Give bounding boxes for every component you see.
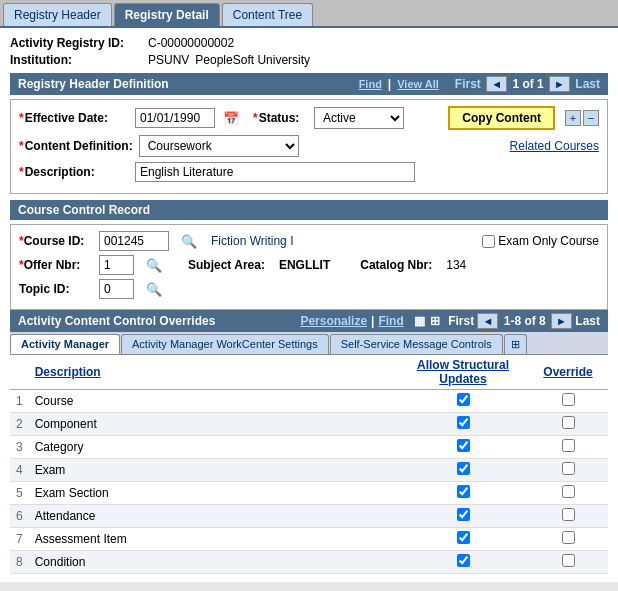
allow-structural-checkbox[interactable]	[457, 462, 470, 475]
row-allow-structural[interactable]	[398, 413, 528, 436]
allow-structural-checkbox[interactable]	[457, 508, 470, 521]
topic-id-label: Topic ID:	[19, 282, 89, 296]
description-input[interactable]	[135, 162, 415, 182]
row-description: Condition	[29, 551, 398, 574]
override-checkbox[interactable]	[562, 531, 575, 544]
course-id-search-icon[interactable]: 🔍	[181, 234, 197, 249]
row-allow-structural[interactable]	[398, 459, 528, 482]
sub-tab-icon[interactable]: ⊞	[504, 334, 527, 354]
row-description: Assessment Item	[29, 528, 398, 551]
table-row: 6 Attendance	[10, 505, 608, 528]
course-control-title: Course Control Record	[18, 203, 150, 217]
row-allow-structural[interactable]	[398, 505, 528, 528]
exam-only-checkbox[interactable]	[482, 235, 495, 248]
sub-tab-workcenter-settings[interactable]: Activity Manager WorkCenter Settings	[121, 334, 329, 354]
calendar-icon[interactable]: 📅	[223, 111, 239, 126]
description-label: Description:	[19, 165, 129, 179]
allow-structural-checkbox[interactable]	[457, 531, 470, 544]
row-override[interactable]	[528, 413, 608, 436]
offer-nbr-input[interactable]	[99, 255, 134, 275]
add-row-btn[interactable]: +	[565, 110, 581, 126]
exam-only-label: Exam Only Course	[482, 234, 599, 248]
overrides-find-link[interactable]: Find	[378, 314, 403, 328]
col-description[interactable]: Description	[29, 355, 398, 390]
row-override[interactable]	[528, 390, 608, 413]
tab-registry-header[interactable]: Registry Header	[3, 3, 112, 26]
row-num: 8	[10, 551, 29, 574]
row-override[interactable]	[528, 459, 608, 482]
related-courses-link[interactable]: Related Courses	[510, 139, 599, 153]
effective-date-input[interactable]	[135, 108, 215, 128]
course-id-input[interactable]	[99, 231, 169, 251]
allow-structural-checkbox[interactable]	[457, 485, 470, 498]
overrides-table: Description Allow Structural Updates Ove…	[10, 355, 608, 574]
content-definition-label: Content Definition:	[19, 139, 133, 153]
override-checkbox[interactable]	[562, 462, 575, 475]
content-definition-select[interactable]: Coursework Other	[139, 135, 299, 157]
last-label[interactable]: Last	[575, 77, 600, 91]
view-all-link[interactable]: View All	[397, 78, 439, 90]
personalize-link[interactable]: Personalize	[300, 314, 367, 328]
first-label[interactable]: First	[455, 77, 481, 91]
row-allow-structural[interactable]	[398, 390, 528, 413]
row-allow-structural[interactable]	[398, 436, 528, 459]
remove-row-btn[interactable]: −	[583, 110, 599, 126]
allow-structural-checkbox[interactable]	[457, 554, 470, 567]
topic-id-input[interactable]	[99, 279, 134, 299]
overrides-next-btn[interactable]: ►	[551, 313, 572, 329]
sub-tab-activity-manager[interactable]: Activity Manager	[10, 334, 120, 354]
view-icon[interactable]: ▦	[414, 314, 425, 328]
catalog-nbr-value: 134	[446, 258, 466, 272]
overrides-header: Activity Content Control Overrides Perso…	[10, 310, 608, 332]
table-row: 2 Component	[10, 413, 608, 436]
allow-structural-checkbox[interactable]	[457, 393, 470, 406]
col-allow-structural[interactable]: Allow Structural Updates	[398, 355, 528, 390]
row-override[interactable]	[528, 551, 608, 574]
next-page-btn[interactable]: ►	[549, 76, 570, 92]
row-allow-structural[interactable]	[398, 482, 528, 505]
copy-content-button[interactable]: Copy Content	[448, 106, 555, 130]
row-description: Course	[29, 390, 398, 413]
table-row: 4 Exam	[10, 459, 608, 482]
sub-tabs-bar: Activity Manager Activity Manager WorkCe…	[10, 332, 608, 355]
offer-nbr-search-icon[interactable]: 🔍	[146, 258, 162, 273]
institution-code: PSUNV	[148, 53, 189, 67]
row-override[interactable]	[528, 505, 608, 528]
overrides-last-label[interactable]: Last	[575, 314, 600, 328]
sub-tab-selfservice-message[interactable]: Self-Service Message Controls	[330, 334, 503, 354]
offer-nbr-label: Offer Nbr:	[19, 258, 89, 272]
row-allow-structural[interactable]	[398, 551, 528, 574]
tab-content-tree[interactable]: Content Tree	[222, 3, 313, 26]
override-checkbox[interactable]	[562, 393, 575, 406]
status-select[interactable]: Active Inactive	[314, 107, 404, 129]
table-row: 7 Assessment Item	[10, 528, 608, 551]
row-description: Exam	[29, 459, 398, 482]
row-num: 5	[10, 482, 29, 505]
override-checkbox[interactable]	[562, 554, 575, 567]
topic-id-search-icon[interactable]: 🔍	[146, 282, 162, 297]
override-checkbox[interactable]	[562, 439, 575, 452]
row-description: Attendance	[29, 505, 398, 528]
row-override[interactable]	[528, 528, 608, 551]
allow-structural-checkbox[interactable]	[457, 416, 470, 429]
subject-area-value: ENGLLIT	[279, 258, 330, 272]
catalog-nbr-label: Catalog Nbr:	[360, 258, 432, 272]
allow-structural-checkbox[interactable]	[457, 439, 470, 452]
row-override[interactable]	[528, 436, 608, 459]
col-num	[10, 355, 29, 390]
grid-icon[interactable]: ⊞	[430, 314, 440, 328]
row-override[interactable]	[528, 482, 608, 505]
overrides-first-label[interactable]: First	[448, 314, 474, 328]
table-row: 5 Exam Section	[10, 482, 608, 505]
overrides-title: Activity Content Control Overrides	[18, 314, 215, 328]
tab-registry-detail[interactable]: Registry Detail	[114, 3, 220, 26]
override-checkbox[interactable]	[562, 508, 575, 521]
prev-page-btn[interactable]: ◄	[486, 76, 507, 92]
row-allow-structural[interactable]	[398, 528, 528, 551]
find-link[interactable]: Find	[359, 78, 382, 90]
override-checkbox[interactable]	[562, 485, 575, 498]
pagination-display: 1 of 1	[512, 77, 543, 91]
overrides-prev-btn[interactable]: ◄	[477, 313, 498, 329]
override-checkbox[interactable]	[562, 416, 575, 429]
col-override[interactable]: Override	[528, 355, 608, 390]
